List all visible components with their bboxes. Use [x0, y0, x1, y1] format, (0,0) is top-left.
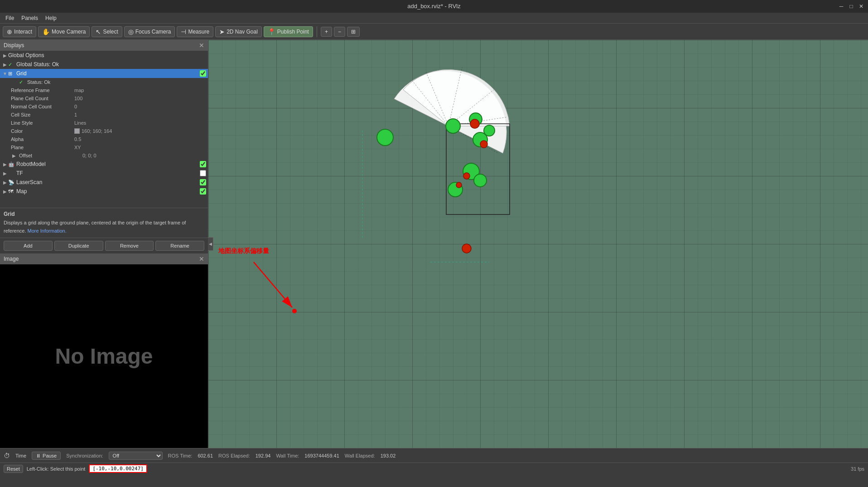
color-swatch	[74, 128, 80, 134]
reset-label: Reset	[7, 466, 20, 472]
status-instruction: Left-Click: Select this point	[27, 466, 86, 472]
grid-icon: ⊞	[8, 71, 15, 77]
minimize-button[interactable]: ─	[838, 3, 844, 10]
tree-item-grid[interactable]: ▼ ⊞ Grid	[0, 69, 208, 78]
zoom-in-icon: +	[325, 29, 328, 35]
nav-goal-icon: ➤	[219, 28, 225, 35]
expand-laser-scan-icon: ▶	[2, 180, 8, 185]
image-panel-title: Image	[4, 256, 19, 262]
image-content: No Image	[0, 264, 208, 448]
status-bar: Reset Left-Click: Select this point [-10…	[0, 463, 868, 474]
expand-global-status-icon: ▶	[2, 62, 8, 67]
collapse-panel-button[interactable]: ◀	[208, 237, 213, 251]
no-image-text: No Image	[55, 344, 153, 369]
grid-info-text: Displays a grid along the ground plane, …	[4, 219, 204, 235]
expand-offset-icon: ▶	[11, 153, 17, 158]
tree-item-laser-scan[interactable]: ▶ 📡 LaserScan	[0, 178, 208, 187]
wall-elapsed-label: Wall Elapsed:	[345, 453, 375, 458]
more-info-link[interactable]: More Information.	[28, 228, 67, 234]
pause-button[interactable]: ⏸ Pause	[32, 452, 61, 460]
toolbar: ⊕ Interact ✋ Move Camera ↖ Select ◎ Focu…	[0, 24, 868, 40]
prop-cell-size: Cell Size 1	[0, 111, 208, 119]
close-button[interactable]: ✕	[858, 3, 864, 10]
image-panel: Image ✕ No Image	[0, 253, 208, 448]
pause-icon: ⏸	[36, 453, 41, 458]
displays-close-button[interactable]: ✕	[199, 42, 204, 49]
tree-item-global-status[interactable]: ▶ ✓ Global Status: Ok	[0, 60, 208, 69]
time-icon: ⏱	[4, 452, 10, 459]
toolbar-move-camera[interactable]: ✋ Move Camera	[38, 26, 90, 37]
measure-icon: ⊣	[181, 28, 186, 35]
window-title: add_box.rviz* - RVlz	[407, 2, 461, 11]
laser-scan-icon: 📡	[8, 180, 15, 185]
menubar: File Panels Help	[0, 13, 868, 24]
svg-text:地图坐标系偏移量: 地图坐标系偏移量	[218, 247, 269, 254]
red-marker-4	[456, 182, 462, 188]
tree-item-global-options[interactable]: ▶ Global Options	[0, 51, 208, 60]
add-button[interactable]: Add	[4, 241, 53, 251]
wall-time-label: Wall Time:	[276, 453, 299, 458]
duplicate-button[interactable]: Duplicate	[54, 241, 103, 251]
toolbar-interact[interactable]: ⊕ Interact	[3, 26, 36, 37]
red-marker-5	[462, 244, 471, 253]
robot-model-checkbox[interactable]	[200, 161, 206, 167]
map-checkbox[interactable]	[200, 188, 206, 195]
expand-robot-model-icon: ▶	[2, 162, 8, 167]
reset-button[interactable]: Reset	[4, 465, 23, 473]
toolbar-select[interactable]: ↖ Select	[92, 26, 122, 37]
laser-scan-checkbox[interactable]	[200, 179, 206, 185]
map-icon: 🗺	[8, 189, 15, 194]
global-status-icon: ✓	[8, 62, 15, 68]
rename-button[interactable]: Rename	[155, 241, 204, 251]
menu-help[interactable]: Help	[42, 14, 60, 22]
wall-elapsed-value: 193.02	[381, 453, 396, 458]
image-panel-close-button[interactable]: ✕	[199, 255, 204, 263]
expand-tf-icon: ▶	[2, 171, 8, 176]
grid-checkbox[interactable]	[200, 70, 206, 77]
ros-time-label: ROS Time:	[168, 453, 193, 458]
wall-time-value: 1693744459.41	[304, 453, 339, 458]
menu-file[interactable]: File	[2, 14, 18, 22]
expand-global-options-icon: ▶	[2, 53, 8, 58]
displays-panel: Displays ✕ ▶ Global Options ▶ ✓ Global S…	[0, 40, 208, 208]
titlebar: add_box.rviz* - RVlz ─ □ ✕	[0, 0, 868, 13]
toolbar-publish-point[interactable]: 📍 Publish Point	[264, 26, 313, 37]
pause-label: Pause	[43, 453, 57, 458]
remove-button[interactable]: Remove	[105, 241, 154, 251]
ros-elapsed-value: 192.94	[256, 453, 271, 458]
red-marker-1	[470, 119, 479, 128]
tree-item-robot-model[interactable]: ▶ 🤖 RobotModel	[0, 160, 208, 169]
tree-item-map[interactable]: ▶ 🗺 Map	[0, 187, 208, 196]
publish-point-icon: 📍	[268, 28, 275, 35]
time-section-label: Time	[15, 453, 26, 458]
toolbar-2d-nav-goal[interactable]: ➤ 2D Nav Goal	[215, 26, 262, 37]
toolbar-focus-camera[interactable]: ◎ Focus Camera	[124, 26, 175, 37]
sync-select[interactable]: Off Approximate Time Exact Time	[109, 452, 163, 460]
displays-tree[interactable]: ▶ Global Options ▶ ✓ Global Status: Ok ▼…	[0, 51, 208, 208]
prop-normal-cell-count: Normal Cell Count 0	[0, 102, 208, 111]
toolbar-zoom-in[interactable]: +	[321, 27, 332, 37]
ros-time-value: 602.61	[198, 453, 213, 458]
svg-rect-1	[208, 40, 868, 448]
fps-display: 31 fps	[851, 466, 864, 472]
prop-reference-frame: Reference Frame map	[0, 86, 208, 94]
prop-alpha: Alpha 0.5	[0, 135, 208, 143]
svg-point-14	[292, 309, 297, 313]
main-layout: Displays ✕ ▶ Global Options ▶ ✓ Global S…	[0, 40, 868, 448]
toolbar-zoom-out[interactable]: −	[334, 27, 345, 37]
menu-panels[interactable]: Panels	[18, 14, 42, 22]
3d-viewport[interactable]: 地图坐标系偏移量	[208, 40, 868, 448]
tf-checkbox[interactable]	[200, 170, 206, 176]
toolbar-measure[interactable]: ⊣ Measure	[177, 26, 213, 37]
toolbar-zoom-fit[interactable]: ⊞	[347, 27, 360, 37]
maximize-button[interactable]: □	[848, 3, 854, 10]
marker-2	[446, 119, 460, 133]
prop-line-style: Line Style Lines	[0, 119, 208, 127]
zoom-fit-icon: ⊞	[351, 29, 356, 35]
focus-camera-icon: ◎	[128, 28, 134, 35]
status-ok-icon: ✓	[19, 79, 26, 85]
prop-plane-cell-count: Plane Cell Count 100	[0, 94, 208, 102]
displays-title: Displays	[4, 42, 24, 49]
expand-grid-icon: ▼	[2, 71, 8, 76]
tree-item-tf[interactable]: ▶ TF	[0, 169, 208, 178]
